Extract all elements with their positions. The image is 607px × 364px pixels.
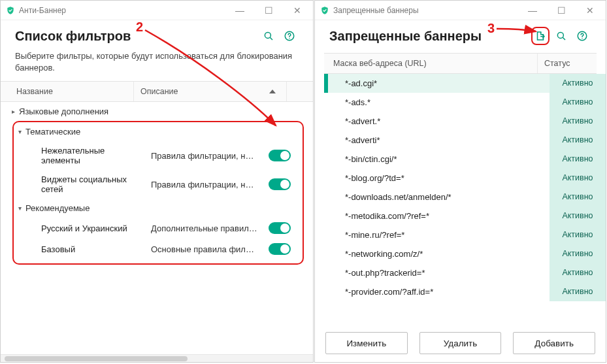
toggle-switch[interactable] [269,178,291,190]
list-item[interactable]: *-blog.org/?td=*Активно [324,169,606,188]
minimize-button[interactable]: ― [518,1,547,20]
filter-list: ▸ Языковые дополнения ▾ Тематические Неж… [1,102,313,354]
status-badge: Активно [550,207,606,225]
help-icon[interactable] [573,27,591,45]
col-status[interactable]: Статус [538,54,597,73]
page-title: Список фильтров [15,29,131,44]
group-thematic[interactable]: ▾ Тематические [14,122,303,141]
filter-row[interactable]: Виджеты социальных сетей Правила фильтра… [14,170,303,199]
url-mask: *-adverti* [328,131,550,150]
status-badge: Активно [550,74,606,93]
url-mask: *-blog.org/?td=* [328,169,550,188]
table-header-left: Название Описание [1,81,313,102]
filter-row[interactable]: Русский и Украинский Дополнительные прав… [14,218,303,239]
shield-icon [6,6,15,15]
header-left: Список фильтров [1,20,313,48]
search-icon[interactable] [259,27,278,45]
url-mask: *-advert.* [328,112,550,131]
edit-button[interactable]: Изменить [325,332,408,354]
maximize-button[interactable]: ☐ [547,1,576,20]
status-badge: Активно [550,225,606,244]
list-item[interactable]: *-bin/ctin.cgi/*Активно [324,150,606,169]
list-item[interactable]: *-advert.*Активно [324,112,606,131]
status-badge: Активно [550,112,606,131]
close-button[interactable]: ✕ [283,1,312,20]
toggle-switch[interactable] [269,222,291,234]
status-badge: Активно [550,150,606,169]
subtitle: Выберите фильтры, которые будут использо… [1,48,313,81]
url-mask: *-downloads.net/anmelden/* [328,188,550,207]
group-recommended[interactable]: ▾ Рекомендуемые [14,199,303,218]
filter-row[interactable]: Базовый Основные правила филь… [14,239,303,259]
titlebar-right: Запрещенные баннеры ― ☐ ✕ [315,1,606,20]
col-toggle [287,86,313,97]
titlebar-left: Анти-Баннер ― ☐ ✕ [1,1,313,20]
list-item[interactable]: *-ad.cgi*Активно [324,74,606,93]
status-badge: Активно [550,188,606,207]
url-mask: *-metodika.com/?ref=* [328,207,550,225]
table-header-right: Маска веб-адреса (URL) Статус [324,53,597,74]
add-button[interactable]: Добавить [513,332,595,354]
filter-desc: Правила фильтрации, не… [151,151,269,161]
help-icon[interactable] [280,27,299,45]
toggle-switch[interactable] [269,243,291,255]
close-button[interactable]: ✕ [576,1,604,20]
list-item[interactable]: *-provider.com/?aff.id=*Активно [324,282,606,301]
horizontal-scrollbar[interactable] [1,354,313,362]
anti-banner-window: Анти-Баннер ― ☐ ✕ Список фильтров Выбери… [0,0,314,363]
chevron-down-icon: ▾ [16,128,23,135]
list-item[interactable]: *-metodika.com/?ref=*Активно [324,207,606,225]
status-badge: Активно [550,263,606,282]
footer-buttons: Изменить Удалить Добавить [315,325,606,362]
list-item[interactable]: *-downloads.net/anmelden/*Активно [324,188,606,207]
window-title: Запрещенные баннеры [333,6,419,15]
svg-line-1 [270,37,272,40]
filter-desc: Основные правила филь… [151,244,269,254]
filter-row[interactable]: Нежелательные элементы Правила фильтраци… [14,141,303,170]
url-mask: *-bin/ctin.cgi/* [328,150,550,169]
filter-desc: Правила фильтрации, не… [151,180,269,190]
svg-point-3 [289,38,289,39]
delete-button[interactable]: Удалить [419,332,502,354]
svg-point-4 [557,32,563,38]
status-badge: Активно [550,131,606,150]
col-url[interactable]: Маска веб-адреса (URL) [324,54,538,73]
blocked-banners-window: Запрещенные баннеры ― ☐ ✕ Запрещенные ба… [314,0,606,363]
scrollbar-thumb[interactable] [5,356,188,361]
filter-desc: Дополнительные правил… [151,223,269,233]
list-item[interactable]: *-out.php?trackerid=*Активно [324,263,606,282]
export-icon[interactable] [531,27,550,45]
group-language[interactable]: ▸ Языковые дополнения [1,102,313,121]
banner-list: *-ad.cgi*Активно*-ads.*Активно*-advert.*… [324,74,606,325]
chevron-right-icon: ▸ [10,108,16,115]
list-item[interactable]: *-ads.*Активно [324,93,606,112]
url-mask: *-provider.com/?aff.id=* [328,282,550,301]
filter-name: Виджеты социальных сетей [41,174,151,194]
highlight-thematic-recommended: ▾ Тематические Нежелательные элементы Пр… [12,121,304,265]
url-mask: *-out.php?trackerid=* [328,263,550,282]
shield-icon [320,6,329,15]
page-title: Запрещенные баннеры [329,29,482,44]
chevron-down-icon: ▾ [16,205,23,212]
url-mask: *-networking.com/z/* [328,244,550,263]
status-badge: Активно [550,169,606,188]
minimize-button[interactable]: ― [225,1,254,20]
url-mask: *-ad.cgi* [328,74,550,93]
list-item[interactable]: *-mine.ru/?ref=*Активно [324,225,606,244]
status-badge: Активно [550,244,606,263]
svg-point-7 [582,38,582,39]
maximize-button[interactable]: ☐ [254,1,283,20]
toggle-switch[interactable] [269,150,291,161]
filter-name: Базовый [41,244,151,254]
header-right: Запрещенные баннеры [315,20,606,48]
col-name[interactable]: Название [1,82,134,101]
list-item[interactable]: *-networking.com/z/*Активно [324,244,606,263]
url-mask: *-mine.ru/?ref=* [328,225,550,244]
sort-asc-icon [269,90,276,93]
svg-line-5 [563,37,565,40]
search-icon[interactable] [552,27,570,45]
filter-name: Русский и Украинский [41,223,151,233]
col-desc[interactable]: Описание [134,82,287,101]
url-mask: *-ads.* [328,93,550,112]
list-item[interactable]: *-adverti*Активно [324,131,606,150]
